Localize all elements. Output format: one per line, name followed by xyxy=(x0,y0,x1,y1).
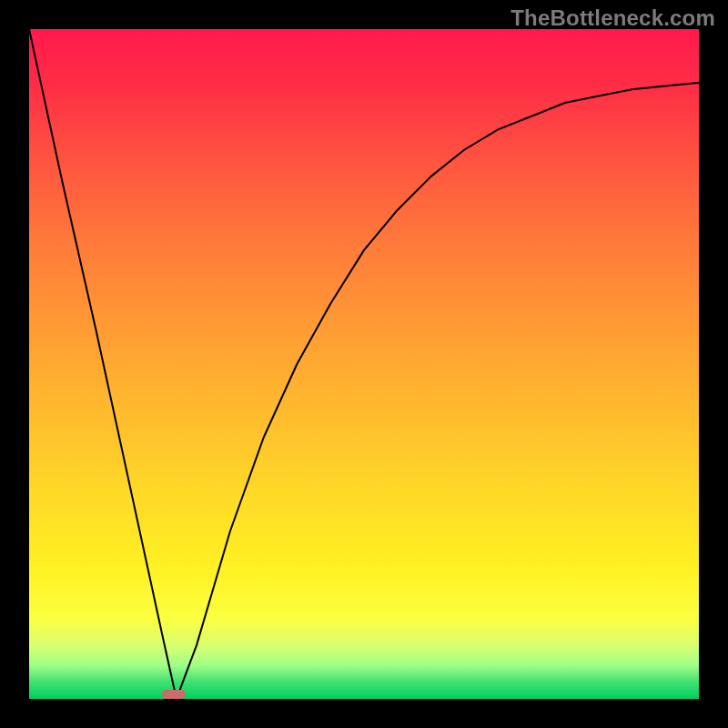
plot-area xyxy=(29,29,699,699)
bottleneck-curve xyxy=(29,29,699,699)
optimal-marker xyxy=(162,690,186,699)
watermark-text: TheBottleneck.com xyxy=(511,5,715,31)
chart-frame: TheBottleneck.com xyxy=(0,0,728,728)
